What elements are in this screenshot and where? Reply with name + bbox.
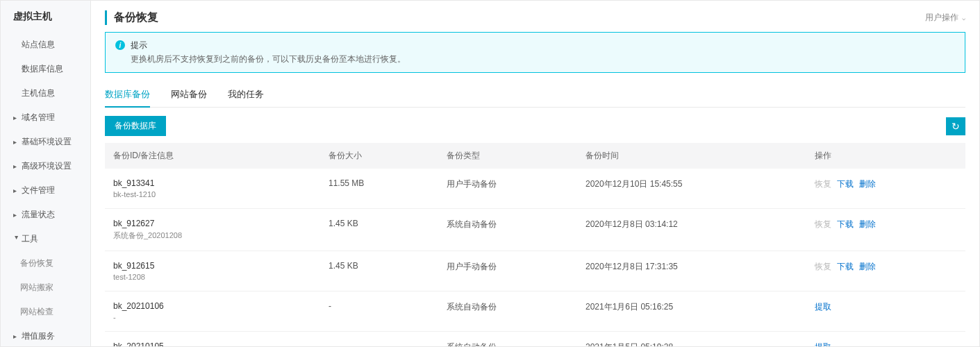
backup-table: 备份ID/备注信息 备份大小 备份类型 备份时间 操作 bk_913341bk-… bbox=[105, 143, 965, 346]
refresh-icon: ↻ bbox=[952, 121, 960, 132]
caret-icon: ▸ bbox=[13, 187, 20, 194]
backup-id: bk_912615 bbox=[113, 261, 312, 271]
sidebar-item-label: 高级环境设置 bbox=[22, 160, 72, 172]
backup-size: 11.55 MB bbox=[320, 169, 438, 209]
backup-time: 2020年12月8日 17:31:35 bbox=[577, 251, 806, 291]
download-link[interactable]: 下载 bbox=[837, 262, 854, 271]
backup-remark: bk-test-1210 bbox=[113, 190, 312, 198]
tab[interactable]: 我的任务 bbox=[228, 83, 264, 107]
sidebar-item[interactable]: ▸增值服务 bbox=[1, 324, 90, 346]
sidebar-item-label: 工具 bbox=[22, 233, 38, 245]
th-time: 备份时间 bbox=[577, 143, 806, 169]
extract-link[interactable]: 提取 bbox=[815, 342, 831, 346]
sidebar-item[interactable]: ▸工具 bbox=[1, 227, 90, 251]
sidebar-item-label: 文件管理 bbox=[22, 185, 55, 196]
sidebar-item[interactable]: ▸主机信息 bbox=[1, 81, 90, 105]
caret-icon: ▸ bbox=[13, 236, 21, 243]
th-id: 备份ID/备注信息 bbox=[105, 143, 320, 169]
th-size: 备份大小 bbox=[320, 143, 438, 169]
backup-type: 系统自动备份 bbox=[438, 209, 577, 251]
delete-link[interactable]: 删除 bbox=[859, 179, 876, 189]
sidebar-item[interactable]: ▸站点信息 bbox=[1, 33, 90, 57]
th-type: 备份类型 bbox=[438, 143, 577, 169]
sidebar-item-label: 主机信息 bbox=[22, 87, 55, 99]
restore-link[interactable]: 恢复 bbox=[815, 262, 831, 271]
sidebar-item-label: 备份恢复 bbox=[20, 257, 53, 269]
backup-remark: - bbox=[113, 313, 312, 321]
table-row: bk_912615test-12081.45 KB用户手动备份2020年12月8… bbox=[105, 251, 965, 291]
table-row: bk_20210105--系统自动备份2021年1月5日 05:19:28提取 bbox=[105, 332, 965, 347]
download-link[interactable]: 下载 bbox=[837, 179, 854, 189]
backup-type: 系统自动备份 bbox=[438, 332, 577, 347]
sidebar: 虚拟主机 ▸站点信息▸数据库信息▸主机信息▸域名管理▸基础环境设置▸高级环境设置… bbox=[1, 1, 91, 346]
sidebar-item-label: 数据库信息 bbox=[22, 63, 63, 75]
table-row: bk_20210106--系统自动备份2021年1月6日 05:16:25提取 bbox=[105, 291, 965, 332]
backup-ops: 提取 bbox=[806, 332, 965, 347]
sidebar-item-label: 增值服务 bbox=[22, 330, 55, 342]
sidebar-title: 虚拟主机 bbox=[1, 1, 90, 33]
backup-ops: 提取 bbox=[806, 291, 965, 332]
sidebar-item[interactable]: 备份恢复 bbox=[1, 251, 90, 276]
sidebar-item[interactable]: ▸高级环境设置 bbox=[1, 154, 90, 178]
delete-link[interactable]: 删除 bbox=[859, 262, 876, 271]
caret-icon: ▸ bbox=[13, 162, 20, 170]
backup-db-button[interactable]: 备份数据库 bbox=[105, 116, 166, 136]
sidebar-item-label: 站点信息 bbox=[22, 39, 55, 51]
backup-time: 2020年12月8日 03:14:12 bbox=[577, 209, 806, 251]
backup-id: bk_20210105 bbox=[113, 341, 312, 346]
sidebar-item[interactable]: ▸流量状态 bbox=[1, 203, 90, 227]
sidebar-item[interactable]: ▸基础环境设置 bbox=[1, 130, 90, 154]
backup-remark: test-1208 bbox=[113, 273, 312, 281]
backup-ops: 恢复下载删除 bbox=[806, 251, 965, 291]
sidebar-item[interactable]: 网站检查 bbox=[1, 300, 90, 324]
backup-time: 2021年1月5日 05:19:28 bbox=[577, 332, 806, 347]
sidebar-item-label: 基础环境设置 bbox=[22, 136, 72, 148]
backup-time: 2021年1月6日 05:16:25 bbox=[577, 291, 806, 332]
caret-icon: ▸ bbox=[13, 332, 20, 340]
sidebar-item[interactable]: 网站搬家 bbox=[1, 276, 90, 300]
sidebar-item-label: 网站检查 bbox=[20, 306, 53, 318]
info-icon: i bbox=[115, 40, 125, 50]
table-row: bk_913341bk-test-121011.55 MB用户手动备份2020年… bbox=[105, 169, 965, 209]
alert-title: 提示 bbox=[131, 40, 406, 51]
sidebar-item[interactable]: ▸域名管理 bbox=[1, 105, 90, 130]
sidebar-item-label: 域名管理 bbox=[22, 112, 55, 124]
backup-id: bk_913341 bbox=[113, 178, 312, 188]
th-ops: 操作 bbox=[806, 143, 965, 169]
page-title: 备份恢复 bbox=[105, 10, 158, 25]
refresh-button[interactable]: ↻ bbox=[946, 117, 965, 135]
backup-type: 用户手动备份 bbox=[438, 169, 577, 209]
backup-id: bk_20210106 bbox=[113, 301, 312, 311]
main-content: 备份恢复 用户操作 ⌵ i 提示 更换机房后不支持恢复到之前的备份，可以下载历史… bbox=[91, 1, 979, 346]
download-link[interactable]: 下载 bbox=[837, 219, 854, 229]
backup-ops: 恢复下载删除 bbox=[806, 169, 965, 209]
backup-remark: 系统备份_20201208 bbox=[113, 230, 312, 241]
backup-ops: 恢复下载删除 bbox=[806, 209, 965, 251]
tab[interactable]: 网站备份 bbox=[171, 83, 207, 107]
backup-time: 2020年12月10日 15:45:55 bbox=[577, 169, 806, 209]
alert-body: 更换机房后不支持恢复到之前的备份，可以下载历史备份至本地进行恢复。 bbox=[131, 53, 406, 65]
restore-link[interactable]: 恢复 bbox=[815, 219, 831, 229]
backup-type: 用户手动备份 bbox=[438, 251, 577, 291]
table-row: bk_912627系统备份_202012081.45 KB系统自动备份2020年… bbox=[105, 209, 965, 251]
backup-size: 1.45 KB bbox=[320, 251, 438, 291]
caret-icon: ▸ bbox=[13, 114, 20, 121]
sidebar-item-label: 网站搬家 bbox=[20, 282, 53, 294]
backup-id: bk_912627 bbox=[113, 219, 312, 228]
backup-type: 系统自动备份 bbox=[438, 291, 577, 332]
caret-icon: ▸ bbox=[13, 138, 20, 146]
caret-icon: ▸ bbox=[13, 211, 20, 219]
user-action-dropdown[interactable]: 用户操作 ⌵ bbox=[925, 12, 965, 24]
delete-link[interactable]: 删除 bbox=[859, 219, 876, 229]
sidebar-item[interactable]: ▸数据库信息 bbox=[1, 57, 90, 81]
sidebar-item[interactable]: ▸文件管理 bbox=[1, 178, 90, 203]
backup-size: 1.45 KB bbox=[320, 209, 438, 251]
alert-tip: i 提示 更换机房后不支持恢复到之前的备份，可以下载历史备份至本地进行恢复。 bbox=[105, 32, 965, 73]
extract-link[interactable]: 提取 bbox=[815, 302, 831, 312]
sidebar-item-label: 流量状态 bbox=[22, 209, 55, 221]
restore-link[interactable]: 恢复 bbox=[815, 179, 831, 189]
tab[interactable]: 数据库备份 bbox=[105, 83, 150, 108]
backup-size: - bbox=[320, 332, 438, 347]
backup-size: - bbox=[320, 291, 438, 332]
chevron-down-icon: ⌵ bbox=[962, 15, 965, 22]
